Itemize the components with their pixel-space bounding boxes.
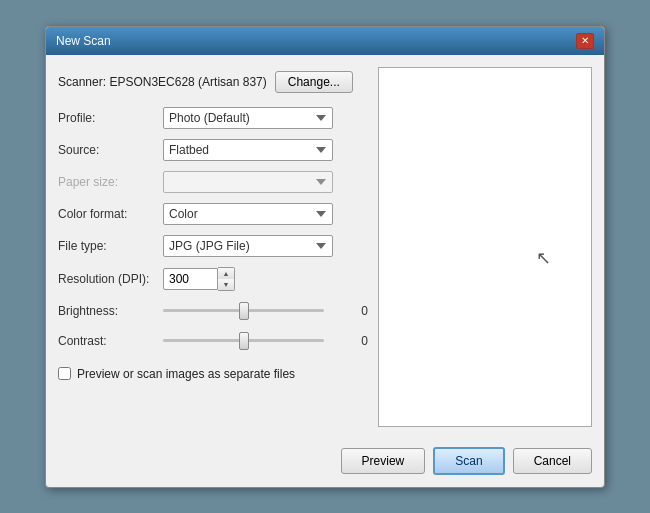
change-button[interactable]: Change... [275, 71, 353, 93]
left-panel: Scanner: EPSON3EC628 (Artisan 837) Chang… [58, 67, 368, 427]
title-bar: New Scan ✕ [46, 27, 604, 55]
source-label: Source: [58, 143, 163, 157]
new-scan-dialog: New Scan ✕ Scanner: EPSON3EC628 (Artisan… [45, 26, 605, 488]
scanner-name: EPSON3EC628 (Artisan 837) [109, 75, 266, 89]
brightness-slider-wrapper: 0 [163, 301, 368, 321]
brightness-value: 0 [338, 304, 368, 318]
resolution-input[interactable]: 300 [163, 268, 218, 290]
preview-checkbox-row: Preview or scan images as separate files [58, 367, 368, 381]
paper-size-row: Paper size: [58, 171, 368, 193]
contrast-slider-wrapper: 0 [163, 331, 368, 351]
paper-size-select [163, 171, 333, 193]
scan-button[interactable]: Scan [433, 447, 504, 475]
brightness-thumb[interactable] [239, 302, 249, 320]
dialog-title: New Scan [56, 34, 111, 48]
dialog-body: Scanner: EPSON3EC628 (Artisan 837) Chang… [46, 55, 604, 439]
brightness-label: Brightness: [58, 304, 163, 318]
contrast-thumb[interactable] [239, 332, 249, 350]
resolution-label: Resolution (DPI): [58, 272, 163, 286]
contrast-slider-container [163, 331, 324, 351]
file-type-select[interactable]: JPG (JPG File) PNG (PNG File) BMP (BMP F… [163, 235, 333, 257]
resolution-row: Resolution (DPI): 300 ▲ ▼ [58, 267, 368, 291]
resolution-up-button[interactable]: ▲ [218, 268, 234, 279]
profile-select[interactable]: Photo (Default) Documents Custom [163, 107, 333, 129]
color-format-row: Color format: Color Grayscale Black and … [58, 203, 368, 225]
brightness-track [163, 309, 324, 312]
file-type-label: File type: [58, 239, 163, 253]
cursor-icon: ↖ [536, 247, 551, 269]
contrast-value: 0 [338, 334, 368, 348]
profile-row: Profile: Photo (Default) Documents Custo… [58, 107, 368, 129]
preview-checkbox-label: Preview or scan images as separate files [77, 367, 295, 381]
preview-button[interactable]: Preview [341, 448, 426, 474]
preview-checkbox[interactable] [58, 367, 71, 380]
scanner-row: Scanner: EPSON3EC628 (Artisan 837) Chang… [58, 71, 368, 93]
resolution-spinner: ▲ ▼ [218, 267, 235, 291]
brightness-slider-container [163, 301, 324, 321]
resolution-down-button[interactable]: ▼ [218, 279, 234, 290]
contrast-label: Contrast: [58, 334, 163, 348]
source-select[interactable]: Flatbed Document Feeder [163, 139, 333, 161]
paper-size-label: Paper size: [58, 175, 163, 189]
resolution-input-group: 300 ▲ ▼ [163, 267, 235, 291]
color-format-label: Color format: [58, 207, 163, 221]
close-button[interactable]: ✕ [576, 33, 594, 49]
contrast-row: Contrast: 0 [58, 331, 368, 351]
cancel-button[interactable]: Cancel [513, 448, 592, 474]
preview-area: ↖ [378, 67, 592, 427]
contrast-track [163, 339, 324, 342]
source-row: Source: Flatbed Document Feeder [58, 139, 368, 161]
scanner-label: Scanner: EPSON3EC628 (Artisan 837) [58, 75, 267, 89]
brightness-row: Brightness: 0 [58, 301, 368, 321]
dialog-footer: Preview Scan Cancel [46, 439, 604, 487]
file-type-row: File type: JPG (JPG File) PNG (PNG File)… [58, 235, 368, 257]
profile-label: Profile: [58, 111, 163, 125]
color-format-select[interactable]: Color Grayscale Black and White [163, 203, 333, 225]
